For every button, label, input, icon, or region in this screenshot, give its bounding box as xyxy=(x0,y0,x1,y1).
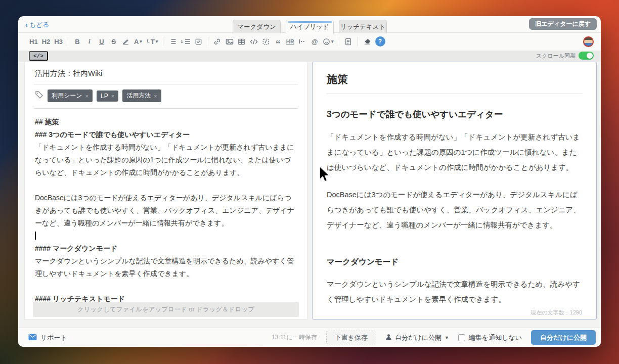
format-toolbar: H1 H2 H3 B i U S A ▾ T ▾ 1 xyxy=(18,33,601,50)
divider xyxy=(327,94,582,94)
toolbar-divider xyxy=(68,37,68,46)
italic-button[interactable]: i xyxy=(83,35,96,48)
hr-icon[interactable]: HR xyxy=(284,35,296,48)
tags-row: 利用シーン × LP × 活用方法 × xyxy=(35,84,297,108)
editor-inner: 利用シーン × LP × 活用方法 × ## 施策 ### 3つのモードで xyxy=(25,62,307,320)
file-upload-dropzone[interactable]: クリックしてファイルをアップロード or ドラッグ＆ドロップ xyxy=(33,302,299,317)
person-icon xyxy=(385,334,392,342)
support-label: サポート xyxy=(40,333,67,342)
chevron-down-icon: ▾ xyxy=(331,39,334,44)
toolbar-divider xyxy=(339,37,339,46)
mode-tabs: マークダウン ハイブリッド リッチテキスト xyxy=(233,20,387,34)
tag-label: LP xyxy=(101,93,108,100)
text-caret xyxy=(35,232,36,240)
bullet-list-icon[interactable] xyxy=(166,35,179,48)
preview-pane: 施策 3つのモードで誰でも使いやすいエディター 「ドキュメントを作成する時間がな… xyxy=(312,62,597,320)
editor-preview-region: </> スクロール同期 利用シーン × xyxy=(18,51,601,328)
mention-icon[interactable]: @ xyxy=(308,35,321,48)
close-icon[interactable]: × xyxy=(154,93,157,99)
h2-button[interactable]: H2 xyxy=(40,35,53,48)
preview-content: 施策 3つのモードで誰でも使いやすいエディター 「ドキュメントを作成する時間がな… xyxy=(313,62,596,320)
user-avatar[interactable] xyxy=(583,36,594,47)
notify-checkbox-row: 編集を通知しない xyxy=(458,333,522,342)
autosave-timestamp: 13:11に一時保存 xyxy=(272,333,317,342)
notify-checkbox[interactable] xyxy=(458,334,465,341)
scroll-sync-toggle[interactable] xyxy=(579,52,594,60)
toolbar-divider xyxy=(163,37,163,46)
notify-label: 編集を通知しない xyxy=(469,333,522,342)
md-caret-line xyxy=(35,230,297,242)
character-count: 現在の文字数：1290 xyxy=(529,308,583,317)
link-icon[interactable] xyxy=(211,35,224,48)
tag-pill[interactable]: 活用方法 × xyxy=(122,89,161,102)
back-link[interactable]: ‹ もどる xyxy=(25,20,50,29)
chevron-left-icon: ‹ xyxy=(25,21,28,29)
tab-richtext[interactable]: リッチテキスト xyxy=(339,20,387,33)
editor-window: ‹ もどる マークダウン ハイブリッド リッチテキスト 旧エディターに戻す H1… xyxy=(18,16,601,347)
inline-code-icon[interactable] xyxy=(248,35,260,48)
code-block-icon[interactable] xyxy=(260,35,272,48)
h3-button[interactable]: H3 xyxy=(52,35,65,48)
md-paragraph: マークダウンというシンプルな記法で文章構造を明示できるため、読みやすく管理しやす… xyxy=(35,255,297,280)
status-bar: サポート 13:11に一時保存 下書き保存 自分だけに公開 ▼ 編集を通知しない… xyxy=(18,328,601,347)
scroll-sync-label: スクロール同期 xyxy=(536,52,576,60)
preview-paragraph: マークダウンというシンプルな記法で文章構造を明示できるため、読みやすく管理しやす… xyxy=(327,277,582,307)
toggle-knob xyxy=(587,53,593,59)
toolbar-divider xyxy=(358,37,358,46)
publish-button[interactable]: 自分だけに公開 xyxy=(531,330,596,345)
md-paragraph: DocBaseには3つのモードが使えるエディターがあり、デジタルスキルにばらつき… xyxy=(35,192,297,230)
chevron-down-icon: ▾ xyxy=(156,39,158,44)
md-blank-line xyxy=(35,280,297,293)
back-label: もどる xyxy=(29,20,50,29)
pane-header-strip: </> スクロール同期 xyxy=(18,51,601,62)
preview-h4: マークダウンモード xyxy=(327,257,582,267)
tag-icon xyxy=(35,90,43,101)
tab-markdown[interactable]: マークダウン xyxy=(233,20,281,33)
chevron-down-icon: ▼ xyxy=(445,335,449,340)
support-link[interactable]: サポート xyxy=(28,333,67,342)
envelope-icon xyxy=(28,334,37,342)
bold-button[interactable]: B xyxy=(71,35,83,48)
md-heading: ## 施策 xyxy=(35,116,297,128)
visibility-value: 自分だけに公開 xyxy=(395,333,441,342)
document-title-input[interactable] xyxy=(35,69,297,84)
task-list-icon[interactable] xyxy=(193,35,205,48)
table-icon[interactable] xyxy=(236,35,248,48)
md-blank-line xyxy=(35,179,297,192)
close-icon[interactable]: × xyxy=(85,93,89,99)
ordered-list-icon[interactable]: 1 xyxy=(179,35,192,48)
font-size-label: T xyxy=(151,38,155,46)
tag-pill[interactable]: LP × xyxy=(97,90,118,102)
tag-label: 活用方法 xyxy=(126,92,151,100)
markdown-editor-pane[interactable]: 利用シーン × LP × 活用方法 × ## 施策 ### 3つのモードで xyxy=(24,62,307,320)
markdown-text-area[interactable]: ## 施策 ### 3つのモードで誰でも使いやすいエディター 「ドキュメントを作… xyxy=(35,109,297,320)
legacy-editor-button[interactable]: 旧エディターに戻す xyxy=(529,18,597,30)
tag-pill[interactable]: 利用シーン × xyxy=(48,89,93,102)
font-color-button[interactable]: A ▾ xyxy=(132,35,144,48)
preview-h3: 3つのモードで誰でも使いやすいエディター xyxy=(327,108,582,120)
pen-icon[interactable] xyxy=(120,35,132,48)
emoji-icon[interactable]: ▾ xyxy=(321,35,336,48)
quote-icon[interactable]: “ xyxy=(272,35,284,48)
template-icon[interactable] xyxy=(342,35,355,48)
details-icon[interactable] xyxy=(296,35,308,48)
save-draft-button[interactable]: 下書き保存 xyxy=(326,331,376,344)
visibility-dropdown[interactable]: 自分だけに公開 ▼ xyxy=(385,333,449,342)
eraser-icon[interactable] xyxy=(361,35,373,48)
ordered-list-digit: 1 xyxy=(181,39,183,44)
toolbar-divider xyxy=(208,37,208,46)
preview-h2: 施策 xyxy=(327,72,582,94)
h1-button[interactable]: H1 xyxy=(27,35,40,48)
strikethrough-button[interactable]: S xyxy=(108,35,120,48)
tab-hybrid[interactable]: ハイブリッド xyxy=(286,20,334,34)
md-heading: ### 3つのモードで誰でも使いやすいエディター xyxy=(35,128,297,141)
code-mode-badge[interactable]: </> xyxy=(29,51,48,61)
font-color-label: A xyxy=(134,38,139,46)
close-icon[interactable]: × xyxy=(111,93,114,99)
font-size-button[interactable]: T ▾ xyxy=(144,35,160,48)
top-bar: ‹ もどる マークダウン ハイブリッド リッチテキスト 旧エディターに戻す xyxy=(18,16,601,33)
help-icon[interactable]: ? xyxy=(375,36,385,47)
underline-button[interactable]: U xyxy=(96,35,108,48)
image-icon[interactable] xyxy=(224,35,236,48)
chevron-down-icon: ▾ xyxy=(140,39,142,44)
